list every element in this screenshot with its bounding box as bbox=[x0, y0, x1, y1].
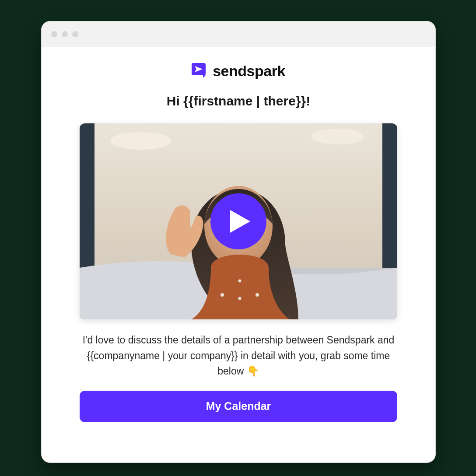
traffic-light-dot bbox=[51, 31, 57, 37]
sendspark-logo-icon bbox=[192, 62, 207, 80]
video-thumbnail[interactable] bbox=[80, 123, 397, 319]
svg-point-8 bbox=[220, 293, 224, 297]
greeting-text: Hi {{firstname | there}}! bbox=[167, 94, 311, 108]
traffic-light-dot bbox=[72, 31, 78, 37]
email-body: sendspark Hi {{firstname | there}}! bbox=[42, 47, 435, 422]
brand-name: sendspark bbox=[213, 63, 285, 80]
play-button[interactable] bbox=[210, 193, 266, 249]
window-titlebar bbox=[42, 21, 435, 47]
svg-point-9 bbox=[256, 293, 259, 297]
brand-logo: sendspark bbox=[192, 62, 285, 80]
play-icon bbox=[230, 210, 250, 233]
svg-point-5 bbox=[312, 129, 364, 144]
svg-point-11 bbox=[238, 297, 242, 300]
message-text: I'd love to discuss the details of a par… bbox=[79, 332, 398, 379]
my-calendar-button[interactable]: My Calendar bbox=[80, 391, 397, 422]
browser-window: sendspark Hi {{firstname | there}}! bbox=[41, 21, 436, 463]
svg-point-10 bbox=[238, 280, 242, 283]
traffic-light-dot bbox=[62, 31, 68, 37]
svg-point-4 bbox=[110, 132, 172, 150]
